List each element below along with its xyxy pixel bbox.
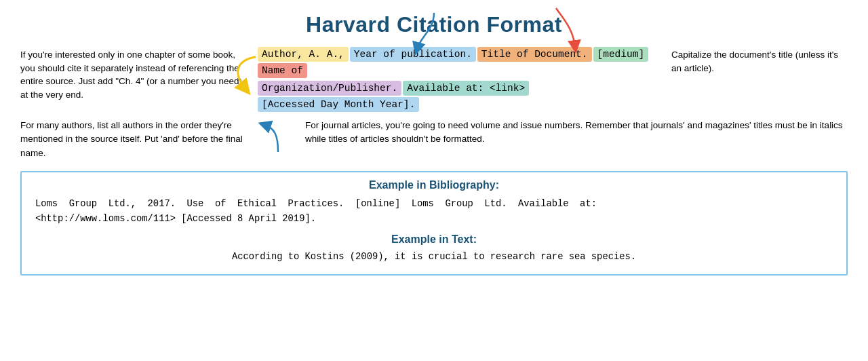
example-box: Example in Bibliography: Loms Group Ltd.… [20,171,848,276]
citation-row-2: Organization/Publisher. Available at: <l… [258,81,665,112]
citation-row-1: Author, A. A., Year of publication. Titl… [258,47,665,78]
bottom-right-note: For journal articles, you're going to ne… [305,119,848,160]
blue-arrow-top [407,10,461,50]
token-medium: [medium] [593,47,649,62]
red-arrow-top [542,5,590,51]
example-text-content: According to Kostins (2009), it is cruci… [35,250,833,265]
blue-arrow-bottom [254,121,302,155]
token-available: Available at: <link> [403,81,529,96]
example-text-heading: Example in Text: [35,233,833,246]
right-note: Capitalize the document's title (unless … [671,47,848,75]
left-note: If you're interested only in one chapter… [20,47,251,101]
yellow-arrow-left [232,54,259,91]
token-org: Organization/Publisher. [258,81,401,96]
token-author: Author, A. A., [258,47,349,62]
example-bib-text: Loms Group Ltd., 2017. Use of Ethical Pr… [35,197,833,227]
token-accessed: [Accessed Day Month Year]. [258,97,419,112]
token-nameof: Name of [258,63,307,78]
top-area: If you're interested only in one chapter… [20,47,848,115]
bottom-notes: For many authors, list all authors in th… [20,119,848,160]
page: Harvard Citation Format If you're intere… [0,0,868,361]
example-bib-heading: Example in Bibliography: [35,179,833,191]
bottom-left-note: For many authors, list all authors in th… [20,119,251,160]
bottom-arrow-area [251,119,305,160]
